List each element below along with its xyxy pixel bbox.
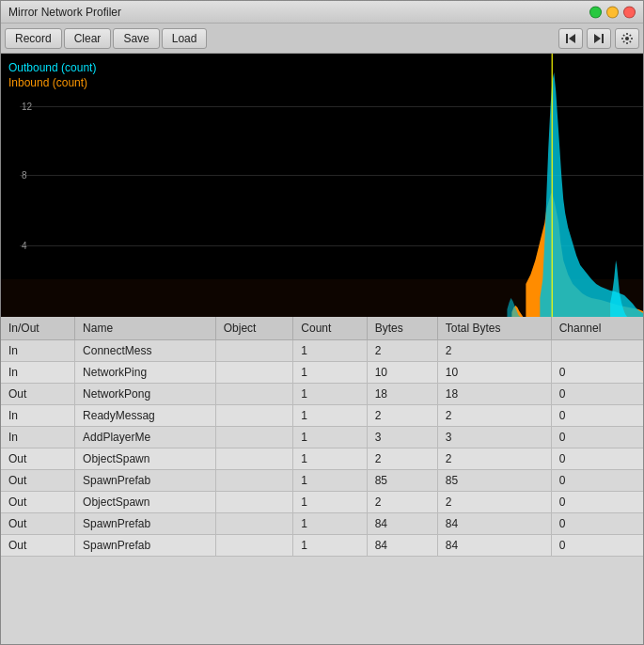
load-button[interactable]: Load xyxy=(162,28,208,49)
table-row[interactable]: Out SpawnPrefab 1 85 85 0 xyxy=(1,470,643,492)
cell-channel: 0 xyxy=(551,427,643,448)
svg-point-4 xyxy=(625,37,629,40)
cell-name: AddPlayerMe xyxy=(75,427,216,448)
cell-name: SpawnPrefab xyxy=(75,535,216,557)
cell-name: ObjectSpawn xyxy=(75,448,216,470)
header-bytes: Bytes xyxy=(367,317,437,340)
skip-back-button[interactable] xyxy=(558,28,583,49)
header-total-bytes: Total Bytes xyxy=(437,317,551,340)
cell-count: 1 xyxy=(293,427,367,448)
cell-inout: In xyxy=(1,405,75,427)
save-button[interactable]: Save xyxy=(113,28,159,49)
cell-name: ObjectSpawn xyxy=(75,492,216,513)
cell-name: ReadyMessag xyxy=(75,405,216,427)
cell-total-bytes: 2 xyxy=(437,448,551,470)
table-row[interactable]: Out ObjectSpawn 1 2 2 0 xyxy=(1,448,643,470)
cell-channel xyxy=(551,340,643,362)
header-name: Name xyxy=(75,317,216,340)
inbound-label: Inbound (count) xyxy=(8,76,96,89)
record-button[interactable]: Record xyxy=(5,28,62,49)
cell-object xyxy=(215,470,293,492)
cell-total-bytes: 2 xyxy=(437,405,551,427)
table-container[interactable]: In/Out Name Object Count Bytes Total Byt… xyxy=(1,317,643,644)
cell-count: 1 xyxy=(293,492,367,513)
cell-object xyxy=(215,362,293,384)
cell-total-bytes: 84 xyxy=(437,513,551,535)
svg-rect-0 xyxy=(566,34,568,43)
cell-object xyxy=(215,448,293,470)
window: Mirror Network Profiler Record Clear Sav… xyxy=(0,0,644,645)
svg-marker-3 xyxy=(594,34,601,43)
cell-total-bytes: 18 xyxy=(437,384,551,405)
table-row[interactable]: Out ObjectSpawn 1 2 2 0 xyxy=(1,492,643,513)
cell-inout: Out xyxy=(1,470,75,492)
maximize-button[interactable] xyxy=(589,6,602,18)
cell-total-bytes: 3 xyxy=(437,427,551,448)
cell-total-bytes: 85 xyxy=(437,470,551,492)
cell-channel: 0 xyxy=(551,513,643,535)
cell-count: 1 xyxy=(293,384,367,405)
cell-inout: Out xyxy=(1,513,75,535)
cell-inout: In xyxy=(1,340,75,362)
cell-count: 1 xyxy=(293,470,367,492)
cell-inout: Out xyxy=(1,535,75,557)
cell-inout: Out xyxy=(1,492,75,513)
settings-button[interactable] xyxy=(615,28,639,49)
svg-rect-2 xyxy=(602,34,604,43)
cell-bytes: 2 xyxy=(367,340,437,362)
header-count: Count xyxy=(293,317,367,340)
close-button[interactable] xyxy=(623,6,636,18)
cell-object xyxy=(215,535,293,557)
cell-name: ConnectMess xyxy=(75,340,216,362)
cell-inout: Out xyxy=(1,384,75,405)
cell-inout: In xyxy=(1,427,75,448)
skip-forward-button[interactable] xyxy=(587,28,611,49)
cell-object xyxy=(215,405,293,427)
cell-bytes: 85 xyxy=(367,470,437,492)
cell-channel: 0 xyxy=(551,448,643,470)
cell-bytes: 2 xyxy=(367,448,437,470)
cell-channel: 0 xyxy=(551,362,643,384)
cell-channel: 0 xyxy=(551,492,643,513)
table-row[interactable]: In AddPlayerMe 1 3 3 0 xyxy=(1,427,643,448)
window-title: Mirror Network Profiler xyxy=(8,6,636,19)
cell-inout: In xyxy=(1,362,75,384)
table-row[interactable]: In NetworkPing 1 10 10 0 xyxy=(1,362,643,384)
table-header-row: In/Out Name Object Count Bytes Total Byt… xyxy=(1,317,643,340)
cell-inout: Out xyxy=(1,448,75,470)
cell-name: SpawnPrefab xyxy=(75,513,216,535)
outbound-label: Outbound (count) xyxy=(8,61,96,74)
cell-bytes: 18 xyxy=(367,384,437,405)
cell-name: NetworkPong xyxy=(75,384,216,405)
cell-total-bytes: 2 xyxy=(437,340,551,362)
window-controls xyxy=(589,6,636,18)
cell-channel: 0 xyxy=(551,384,643,405)
cell-count: 1 xyxy=(293,448,367,470)
header-object: Object xyxy=(215,317,293,340)
cell-name: NetworkPing xyxy=(75,362,216,384)
title-bar: Mirror Network Profiler xyxy=(1,1,643,24)
table-row[interactable]: In ConnectMess 1 2 2 xyxy=(1,340,643,362)
cell-channel: 0 xyxy=(551,470,643,492)
table-row[interactable]: In ReadyMessag 1 2 2 0 xyxy=(1,405,643,427)
svg-marker-1 xyxy=(569,34,575,43)
table-row[interactable]: Out SpawnPrefab 1 84 84 0 xyxy=(1,513,643,535)
header-channel: Channel xyxy=(551,317,643,340)
table-row[interactable]: Out NetworkPong 1 18 18 0 xyxy=(1,384,643,405)
table-row[interactable]: Out SpawnPrefab 1 84 84 0 xyxy=(1,535,643,557)
clear-button[interactable]: Clear xyxy=(64,28,112,49)
cell-bytes: 10 xyxy=(367,362,437,384)
cell-count: 1 xyxy=(293,535,367,557)
cell-total-bytes: 10 xyxy=(437,362,551,384)
cell-object xyxy=(215,427,293,448)
cell-count: 1 xyxy=(293,340,367,362)
cell-object xyxy=(215,340,293,362)
cell-bytes: 3 xyxy=(367,427,437,448)
header-inout: In/Out xyxy=(1,317,75,340)
cell-total-bytes: 84 xyxy=(437,535,551,557)
minimize-button[interactable] xyxy=(606,6,619,18)
chart-svg xyxy=(1,54,643,317)
cell-bytes: 2 xyxy=(367,405,437,427)
data-table: In/Out Name Object Count Bytes Total Byt… xyxy=(1,317,643,557)
cell-object xyxy=(215,513,293,535)
